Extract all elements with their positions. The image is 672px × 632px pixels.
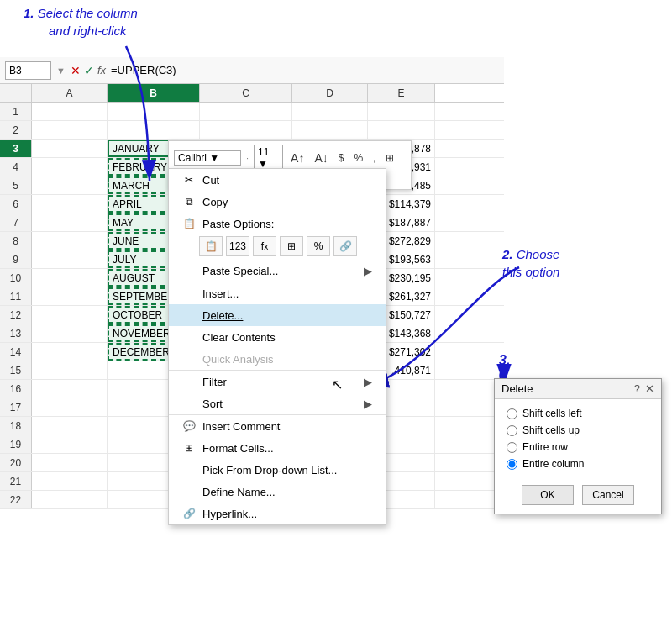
increase-font-btn[interactable]: A↑ [288, 151, 307, 165]
paste-btn-2[interactable]: 123 [226, 236, 249, 256]
hyperlink-label: Hyperlink... [202, 508, 257, 520]
cell-e2[interactable] [368, 121, 435, 139]
paste-btn-6[interactable]: 🔗 [333, 236, 357, 256]
currency-btn[interactable]: $ [336, 152, 347, 164]
row-number-7: 7 [0, 213, 32, 231]
cell-c1[interactable] [200, 103, 292, 120]
sort-arrow: ▶ [364, 398, 372, 410]
cell-a22[interactable] [32, 491, 108, 508]
cell-a21[interactable] [32, 472, 108, 490]
cell-a19[interactable] [32, 435, 108, 453]
cell-a13[interactable] [32, 324, 108, 342]
menu-item-filter[interactable]: Filter ▶ [169, 370, 386, 392]
col-header-c[interactable]: C [200, 84, 292, 102]
font-name-box[interactable]: Calibri ▼ [174, 150, 241, 166]
cell-reference-box[interactable]: B3 [5, 61, 51, 80]
cell-a1[interactable] [32, 103, 108, 120]
copy-label: Copy [202, 196, 228, 208]
context-menu: ✂ Cut ⧉ Copy 📋 Paste Options: 📋 123 fx ⊞… [168, 168, 386, 525]
radio-shift-left-input[interactable] [507, 408, 517, 419]
cancel-icon[interactable]: ✕ [71, 64, 81, 77]
row-number-8: 8 [0, 232, 32, 250]
cell-a5[interactable] [32, 176, 108, 194]
cell-e1[interactable] [368, 103, 435, 120]
percent-btn[interactable]: % [351, 152, 365, 164]
menu-item-paste-options[interactable]: 📋 Paste Options: [169, 213, 386, 234]
cell-a16[interactable] [32, 380, 108, 398]
paste-btn-4[interactable]: ⊞ [280, 236, 303, 256]
dialog-close-icon[interactable]: ✕ [645, 382, 654, 395]
cell-a8[interactable] [32, 232, 108, 250]
confirm-icon[interactable]: ✓ [84, 64, 94, 77]
menu-item-format-cells[interactable]: ⊞ Format Cells... [169, 437, 386, 459]
menu-item-copy[interactable]: ⧉ Copy [169, 191, 386, 213]
comma-btn[interactable]: , [370, 152, 378, 164]
cell-a4[interactable] [32, 158, 108, 176]
quick-analysis-label: Quick Analysis [202, 353, 274, 366]
paste-icon: 📋 [182, 217, 196, 230]
col-header-d[interactable]: D [292, 84, 368, 102]
radio-shift-up-input[interactable] [507, 425, 517, 436]
cell-b1[interactable] [108, 103, 200, 120]
ok-button[interactable]: OK [522, 485, 574, 505]
decrease-font-btn[interactable]: A↓ [312, 151, 330, 165]
dialog-help-icon[interactable]: ? [634, 382, 640, 395]
menu-item-sort[interactable]: Sort ▶ [169, 392, 386, 414]
menu-item-hyperlink[interactable]: 🔗 Hyperlink... [169, 503, 386, 524]
radio-entire-row-input[interactable] [507, 442, 517, 453]
step1-number: 1. [24, 6, 34, 20]
menu-item-insert-comment[interactable]: 💬 Insert Comment [169, 414, 386, 437]
row-number-17: 17 [0, 398, 32, 416]
radio-shift-left-label: Shift cells left [522, 408, 582, 419]
col-header-b[interactable]: B [108, 84, 200, 102]
menu-item-quick-analysis[interactable]: Quick Analysis [169, 348, 386, 370]
col-header-e[interactable]: E [368, 84, 435, 102]
radio-entire-column-input[interactable] [507, 459, 517, 470]
radio-shift-up[interactable]: Shift cells up [507, 424, 649, 436]
menu-item-cut[interactable]: ✂ Cut [169, 169, 386, 191]
cell-a14[interactable] [32, 343, 108, 361]
cancel-button[interactable]: Cancel [582, 485, 634, 505]
menu-item-pick-dropdown[interactable]: Pick From Drop-down List... [169, 459, 386, 481]
cell-a20[interactable] [32, 454, 108, 471]
paste-btn-1[interactable]: 📋 [199, 236, 223, 256]
menu-item-insert[interactable]: Insert... [169, 282, 386, 304]
cell-a18[interactable] [32, 417, 108, 434]
menu-item-define-name[interactable]: Define Name... [169, 481, 386, 503]
table-btn[interactable]: ⊞ [383, 152, 396, 164]
cell-a10[interactable] [32, 269, 108, 287]
cell-a12[interactable] [32, 306, 108, 324]
row-number-4: 4 [0, 158, 32, 176]
radio-entire-column[interactable]: Entire column [507, 458, 649, 470]
cell-b2[interactable] [108, 121, 200, 139]
cell-a11[interactable] [32, 287, 108, 305]
cell-a3[interactable] [32, 140, 108, 157]
cell-a6[interactable] [32, 195, 108, 213]
cell-a17[interactable] [32, 398, 108, 416]
cell-d2[interactable] [292, 121, 368, 139]
radio-shift-left[interactable]: Shift cells left [507, 408, 649, 419]
quick-analysis-icon [182, 352, 196, 366]
menu-item-clear-contents[interactable]: Clear Contents [169, 326, 386, 348]
paste-btn-3[interactable]: fx [253, 236, 276, 256]
radio-entire-row[interactable]: Entire row [507, 441, 649, 453]
step2-line2: this option [502, 265, 559, 279]
menu-item-delete[interactable]: Delete... [169, 304, 386, 326]
row-number-15: 15 [0, 361, 32, 379]
dialog-buttons: OK Cancel [495, 478, 661, 514]
step2-number: 2. [502, 247, 513, 261]
menu-item-paste-special[interactable]: Paste Special... ▶ [169, 260, 386, 282]
cell-c2[interactable] [200, 121, 292, 139]
paste-icons-row: 📋 123 fx ⊞ % 🔗 [169, 234, 386, 260]
cell-a15[interactable] [32, 361, 108, 379]
sort-label: Sort [202, 398, 223, 410]
insert-label: Insert... [202, 287, 239, 300]
table-row: 1 [0, 103, 504, 121]
paste-special-arrow: ▶ [364, 265, 372, 277]
cell-d1[interactable] [292, 103, 368, 120]
paste-btn-5[interactable]: % [307, 236, 330, 256]
col-header-a[interactable]: A [32, 84, 108, 102]
cell-a2[interactable] [32, 121, 108, 139]
cell-a9[interactable] [32, 250, 108, 268]
cell-a7[interactable] [32, 213, 108, 231]
